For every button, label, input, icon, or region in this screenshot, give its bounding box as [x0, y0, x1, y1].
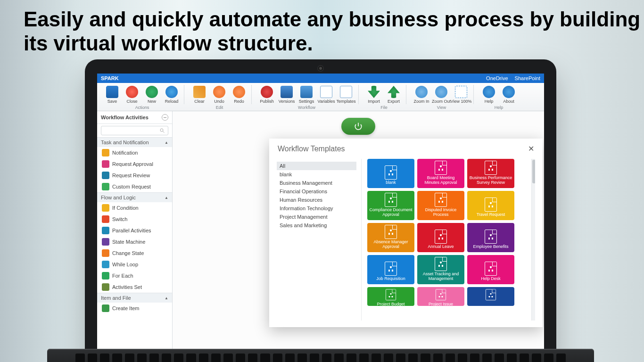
template-tile-help-desk[interactable]: Help Desk	[467, 255, 514, 284]
category-all[interactable]: All	[277, 162, 356, 170]
import-button[interactable]: Import	[364, 85, 383, 104]
template-tile-blank[interactable]	[467, 287, 514, 306]
template-tile-label: Job Requisition	[376, 277, 405, 281]
activity-while-loop[interactable]: While Loop	[97, 259, 172, 270]
templates-button[interactable]: Templates	[337, 85, 355, 104]
zoom100-button[interactable]: View 100%	[452, 85, 471, 104]
activity-label: Activities Set	[112, 284, 142, 290]
category-information-technology[interactable]: Information Technology	[277, 204, 356, 213]
quicklink-onedrive[interactable]: OneDrive	[486, 75, 508, 81]
workflow-start-node[interactable]	[341, 118, 375, 135]
category-human-resources[interactable]: Human Resources	[277, 196, 356, 204]
title-bar: SPARK OneDriveSharePoint	[97, 74, 544, 83]
dialog-close-button[interactable]: ✕	[528, 144, 534, 153]
variables-button[interactable]: Variables	[317, 85, 336, 104]
export-button[interactable]: Export	[384, 85, 403, 104]
zoomin-button[interactable]: Zoom In	[412, 85, 431, 104]
ribbon: SaveCloseNewReloadActionsClearUndoRedoEd…	[97, 83, 544, 111]
template-tile-label: Employee Benefits	[473, 245, 508, 249]
close-button[interactable]: Close	[123, 85, 141, 104]
activity-parallel-activities[interactable]: Parallel Activities	[97, 225, 172, 236]
redo-button[interactable]: Redo	[230, 85, 248, 104]
activity-request-approval[interactable]: Request Approval	[97, 158, 172, 170]
help-button[interactable]: Help	[479, 85, 498, 104]
reload-button[interactable]: Reload	[162, 85, 181, 104]
activities-sidebar: Workflow Activities Task and Notificatio…	[97, 111, 173, 351]
template-tile-asset-tracking-and-management[interactable]: Asset Tracking and Management	[417, 255, 464, 284]
template-tile-job-requisition[interactable]: Job Requisition	[367, 255, 414, 284]
settings-button[interactable]: Settings	[297, 85, 316, 104]
template-tile-label: Board Meeting Minutes Approval	[419, 176, 462, 185]
zoomout-button[interactable]: Zoom Out	[432, 85, 451, 104]
activity-notification[interactable]: Notification	[97, 147, 172, 158]
activity-label: Create Item	[112, 305, 139, 311]
undo-button[interactable]: Undo	[210, 85, 229, 104]
template-tile-project-budget[interactable]: Project Budget	[367, 287, 414, 306]
template-tile-compliance-document-approval[interactable]: Compliance Document Approval	[367, 191, 414, 220]
activity-create-item[interactable]: Create Item	[97, 303, 172, 314]
laptop-frame: SPARK OneDriveSharePoint SaveCloseNewRel…	[85, 59, 556, 361]
activity-request-review[interactable]: Request Review	[97, 170, 172, 181]
activity-icon	[102, 249, 109, 257]
workflow-canvas[interactable]: Workflow Templates ✕ AllblankBusiness Ma…	[173, 111, 544, 351]
template-doc-icon	[435, 230, 447, 244]
sidebar-search[interactable]	[101, 126, 168, 135]
clear-label: Clear	[194, 99, 205, 104]
versions-label: Versions	[279, 99, 295, 104]
template-tile-project-issue[interactable]: Project Issue	[417, 287, 464, 306]
new-icon	[146, 86, 158, 98]
template-tile-business-performance-survey-review[interactable]: Business Performance Survey Review	[467, 159, 514, 188]
sidebar-title: Workflow Activities	[101, 115, 149, 120]
activity-change-state[interactable]: Change State	[97, 247, 172, 259]
category-financial-operations[interactable]: Financial Operations	[277, 187, 356, 196]
sidebar-section-flow-and-logic[interactable]: Flow and Logic▲	[97, 192, 172, 202]
template-tile-disputed-invoice-process[interactable]: Disputed Invoice Process	[417, 191, 464, 220]
ribbon-group-view: View	[437, 105, 446, 110]
category-project-management[interactable]: Project Management	[277, 213, 356, 221]
template-doc-icon	[435, 257, 447, 271]
activity-activities-set[interactable]: Activities Set	[97, 281, 172, 293]
template-tile-travel-request[interactable]: Travel Request	[467, 191, 514, 220]
save-button[interactable]: Save	[103, 85, 122, 104]
template-tile-absence-manager-approval[interactable]: Absence Manager Approval	[367, 223, 414, 252]
about-button[interactable]: About	[499, 85, 518, 104]
versions-button[interactable]: Versions	[277, 85, 296, 104]
category-business-management[interactable]: Business Management	[277, 179, 356, 187]
settings-label: Settings	[299, 99, 314, 104]
template-tile-annual-leave[interactable]: Annual Leave	[417, 223, 464, 252]
template-tile-blank[interactable]: blank	[367, 159, 414, 188]
activity-label: Parallel Activities	[112, 228, 151, 233]
tiles-scrollbar[interactable]	[531, 159, 535, 321]
template-doc-icon	[436, 289, 446, 300]
camera-dot	[318, 66, 323, 71]
scroll-thumb[interactable]	[532, 160, 535, 183]
activity-icon	[102, 283, 109, 291]
save-label: Save	[107, 99, 117, 104]
activity-label: State Machine	[112, 239, 145, 245]
template-tile-employee-benefits[interactable]: Employee Benefits	[467, 223, 514, 252]
template-tile-label: Annual Leave	[428, 245, 454, 249]
activity-switch[interactable]: Switch	[97, 214, 172, 225]
template-tile-label: Disputed Invoice Process	[419, 208, 462, 217]
collapse-icon[interactable]	[162, 114, 168, 121]
activity-state-machine[interactable]: State Machine	[97, 236, 172, 247]
template-tile-label: Absence Manager Approval	[369, 240, 413, 249]
template-tile-label: Travel Request	[477, 213, 505, 217]
new-button[interactable]: New	[142, 85, 161, 104]
close-icon	[126, 86, 138, 98]
app-window: SPARK OneDriveSharePoint SaveCloseNewRel…	[97, 74, 544, 351]
sidebar-section-task-and-notification[interactable]: Task and Notification▲	[97, 137, 172, 147]
publish-button[interactable]: Publish	[257, 85, 276, 104]
template-tile-label: Project Budget	[377, 302, 405, 306]
category-blank[interactable]: blank	[277, 170, 356, 179]
quicklink-sharepoint[interactable]: SharePoint	[515, 75, 540, 81]
category-sales-and-marketing[interactable]: Sales and Marketing	[277, 221, 356, 230]
activity-for-each[interactable]: For Each	[97, 270, 172, 281]
activity-custom-request[interactable]: Custom Request	[97, 181, 172, 192]
sidebar-section-item-and-file[interactable]: Item and File▲	[97, 293, 172, 303]
template-tile-board-meeting-minutes-approval[interactable]: Board Meeting Minutes Approval	[417, 159, 464, 188]
chevron-up-icon: ▲	[165, 296, 168, 300]
clear-button[interactable]: Clear	[190, 85, 209, 104]
activity-if-condition[interactable]: If Condition	[97, 202, 172, 214]
zoomin-label: Zoom In	[413, 99, 429, 104]
